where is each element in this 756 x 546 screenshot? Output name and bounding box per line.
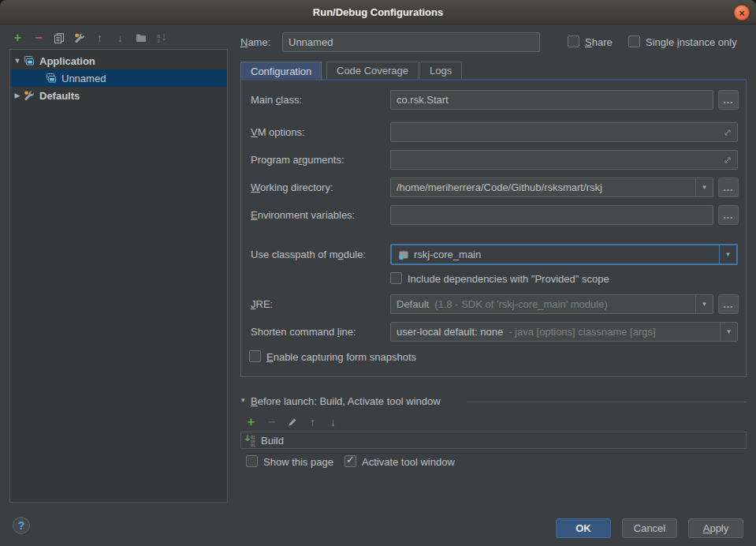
working-directory-combobox[interactable]: /home/meriherrera/Code/Github/rsksmart/r… — [390, 178, 713, 197]
help-button[interactable]: ? — [13, 517, 30, 534]
copy-icon — [53, 32, 65, 44]
environment-variables-input[interactable] — [390, 205, 713, 225]
dropdown-button[interactable]: ▼ — [695, 295, 713, 313]
working-directory-value: /home/meriherrera/Code/Github/rsksmart/r… — [391, 181, 608, 193]
svg-text:01: 01 — [251, 443, 255, 447]
use-classpath-combobox[interactable]: rskj-core_main ▼ — [390, 244, 738, 265]
tab-code-coverage[interactable]: Code Coverage — [326, 62, 419, 79]
arrow-down-icon: ↓ — [330, 417, 336, 428]
before-launch-header[interactable]: Before launch: Build, Activate tool wind… — [251, 395, 441, 407]
expand-field-icon[interactable] — [721, 126, 734, 139]
apply-button[interactable]: Apply — [688, 518, 743, 538]
vm-options-input[interactable] — [390, 122, 738, 142]
shorten-command-line-combobox[interactable]: user-local default: none - java [options… — [390, 322, 738, 342]
cancel-button[interactable]: Cancel — [622, 518, 677, 538]
add-configuration-button[interactable]: + — [11, 31, 24, 44]
move-task-down-button[interactable]: ↓ — [326, 415, 340, 428]
question-mark-icon: ? — [18, 519, 25, 532]
working-directory-browse-button[interactable]: ... — [718, 178, 739, 197]
edit-task-button[interactable] — [285, 415, 299, 428]
sort-configurations-button[interactable]: az — [155, 31, 168, 44]
dropdown-button[interactable]: ▼ — [695, 178, 713, 196]
task-label: Build — [261, 435, 284, 447]
tree-item-label: Defaults — [39, 90, 80, 102]
tree-item-unnamed[interactable]: Unnamed — [10, 69, 227, 87]
plus-icon: + — [14, 32, 21, 44]
main-class-label: Main class: — [251, 94, 302, 106]
jre-value: Default — [391, 298, 434, 310]
run-debug-configurations-dialog: Run/Debug Configurations × + − ↑ ↓ az ▼ … — [0, 0, 756, 546]
vm-options-label: VM options: — [251, 126, 305, 138]
defaults-wrench-icon — [23, 89, 35, 102]
expanded-twisty-icon[interactable]: ▼ — [12, 57, 23, 65]
environment-variables-label: Environment variables: — [251, 209, 355, 221]
arrow-up-icon: ↑ — [97, 32, 102, 43]
tree-item-label: Unnamed — [61, 73, 106, 84]
edit-defaults-button[interactable] — [73, 31, 86, 44]
copy-configuration-button[interactable] — [52, 31, 65, 44]
create-folder-button[interactable] — [134, 31, 147, 44]
wrench-icon — [73, 32, 86, 44]
main-class-browse-button[interactable]: ... — [718, 90, 739, 110]
tree-item-label: Application — [39, 55, 95, 67]
tab-logs[interactable]: Logs — [419, 62, 462, 79]
close-button[interactable]: × — [733, 4, 750, 21]
ellipsis-icon: ... — [723, 299, 733, 310]
sort-az-icon: az — [155, 32, 168, 44]
configurations-tree: ▼ Application Unnamed ▶ Defaults — [9, 49, 228, 503]
move-down-button[interactable]: ↓ — [114, 31, 127, 44]
working-directory-label: Working directory: — [251, 181, 333, 193]
main-class-input[interactable] — [390, 90, 713, 110]
cancel-button-label: Cancel — [634, 522, 665, 534]
ok-button-label: OK — [575, 522, 591, 534]
svg-text:z: z — [157, 38, 160, 43]
jre-combobox[interactable]: Default (1.8 - SDK of 'rskj-core_main' m… — [390, 294, 713, 314]
activate-tool-window-checkbox[interactable] — [344, 455, 356, 467]
chevron-down-icon: ▼ — [726, 328, 732, 335]
name-label: Name: — [240, 36, 270, 48]
close-icon: × — [739, 8, 745, 18]
move-up-button[interactable]: ↑ — [93, 31, 106, 44]
title-bar[interactable]: Run/Debug Configurations × — [0, 0, 756, 24]
tab-label: Configuration — [251, 65, 311, 77]
single-instance-checkbox[interactable] — [628, 36, 640, 47]
share-checkbox[interactable] — [568, 36, 579, 47]
chevron-down-icon: ▼ — [725, 251, 732, 258]
add-task-button[interactable]: + — [244, 415, 258, 428]
apply-button-label: Apply — [703, 522, 729, 534]
build-icon: 01 10 01 — [244, 434, 257, 447]
include-provided-checkbox[interactable] — [390, 272, 402, 284]
name-input[interactable] — [282, 32, 540, 52]
dropdown-button[interactable]: ▼ — [720, 323, 737, 341]
jre-browse-button[interactable]: ... — [718, 294, 739, 314]
section-collapse-icon[interactable]: ▾ — [241, 396, 245, 404]
dropdown-button[interactable]: ▼ — [719, 245, 736, 264]
pencil-icon — [287, 417, 298, 428]
expand-field-icon[interactable] — [721, 154, 734, 166]
remove-task-button[interactable]: − — [265, 415, 278, 428]
show-this-page-label: Show this page — [263, 456, 333, 468]
show-this-page-checkbox[interactable] — [246, 455, 258, 467]
ellipsis-icon: ... — [723, 95, 733, 106]
window-title: Run/Debug Configurations — [313, 6, 443, 18]
tree-item-application[interactable]: ▼ Application — [10, 52, 227, 69]
application-icon — [45, 72, 58, 84]
collapsed-twisty-icon[interactable]: ▶ — [12, 92, 23, 99]
before-launch-task-build[interactable]: 01 10 01 Build — [240, 432, 747, 449]
minus-icon: − — [268, 416, 275, 428]
form-snapshots-checkbox[interactable] — [249, 350, 261, 362]
remove-configuration-button[interactable]: − — [32, 31, 45, 44]
tab-configuration[interactable]: Configuration — [240, 62, 322, 80]
plus-icon: + — [248, 416, 255, 428]
ok-button[interactable]: OK — [556, 518, 611, 538]
tree-item-defaults[interactable]: ▶ Defaults — [10, 87, 227, 104]
tab-label: Code Coverage — [337, 65, 408, 77]
program-arguments-label: Program arguments: — [251, 154, 344, 166]
ellipsis-icon: ... — [723, 182, 733, 193]
program-arguments-input[interactable] — [390, 150, 738, 170]
environment-variables-browse-button[interactable]: ... — [718, 205, 739, 225]
arrow-up-icon: ↑ — [310, 417, 315, 428]
ellipsis-icon: ... — [723, 210, 733, 221]
folder-icon — [135, 32, 147, 44]
move-task-up-button[interactable]: ↑ — [306, 415, 319, 428]
